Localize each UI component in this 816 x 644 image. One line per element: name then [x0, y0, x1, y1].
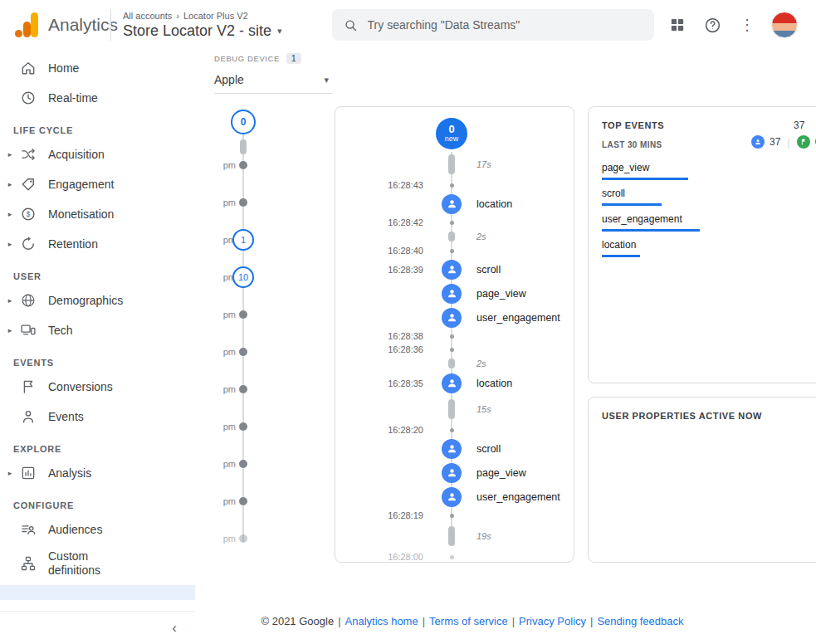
- new-events-marker[interactable]: 0 new: [436, 118, 467, 149]
- timeline-gap: 15s: [335, 395, 574, 423]
- search-bar[interactable]: [332, 9, 654, 41]
- event-name[interactable]: user_engagement: [472, 491, 574, 503]
- footer-link-analytics-home[interactable]: Analytics home: [345, 615, 418, 627]
- property-selector[interactable]: Store Locator V2 - site ▾: [123, 22, 282, 40]
- sidebar-item-label: Analysis: [48, 466, 91, 481]
- breadcrumb-separator-icon: ›: [176, 11, 179, 21]
- engagement-tag-icon: [20, 176, 37, 193]
- minutes-row[interactable]: pm: [198, 407, 289, 445]
- apps-grid-icon[interactable]: [667, 14, 688, 36]
- minute-count-marker[interactable]: 10: [232, 266, 254, 288]
- top-events-total: 37: [794, 120, 804, 131]
- gap-capsule: [448, 359, 455, 368]
- minute-dot: [239, 460, 247, 468]
- expand-caret-icon[interactable]: ▸: [0, 210, 20, 218]
- analytics-logo[interactable]: Analytics: [0, 12, 110, 37]
- timeline-event[interactable]: page_view: [335, 461, 574, 485]
- debug-device-selected-value: Apple: [214, 73, 244, 86]
- timeline-event[interactable]: 16:28:39scroll: [335, 257, 574, 281]
- minutes-row[interactable]: pm: [198, 370, 289, 407]
- expand-caret-icon[interactable]: ▸: [0, 469, 20, 477]
- top-event-row[interactable]: scroll: [602, 188, 816, 206]
- sidebar-item-analysis[interactable]: ▸ Analysis: [0, 458, 195, 488]
- expand-caret-icon[interactable]: ▸: [0, 296, 20, 305]
- breadcrumb-current[interactable]: Locator Plus V2: [183, 11, 248, 21]
- timeline-event[interactable]: user_engagement: [335, 305, 574, 329]
- sidebar-section-life-cycle: LIFE CYCLE: [0, 113, 195, 139]
- expand-caret-icon[interactable]: ▸: [0, 326, 20, 334]
- top-event-row[interactable]: page_view: [602, 162, 816, 180]
- sidebar-item-events[interactable]: Events: [0, 402, 195, 432]
- breadcrumb-root[interactable]: All accounts: [123, 11, 172, 21]
- user-event-icon[interactable]: [442, 308, 462, 328]
- sidebar-item-selected[interactable]: [0, 585, 195, 600]
- timeline-event[interactable]: scroll: [335, 437, 574, 461]
- top-events-counters: 37 | 0 | !: [751, 135, 816, 149]
- search-input[interactable]: [368, 18, 643, 32]
- minutes-row[interactable]: pm: [198, 445, 289, 482]
- event-name[interactable]: location: [472, 198, 574, 210]
- sidebar-collapse-button[interactable]: ‹: [0, 611, 195, 644]
- event-name[interactable]: page_view: [472, 467, 574, 479]
- timestamp-label: 16:28:40: [335, 246, 432, 256]
- person-icon: [20, 408, 37, 425]
- user-event-icon[interactable]: [442, 260, 462, 280]
- help-icon[interactable]: [701, 14, 723, 36]
- sidebar-item-monetisation[interactable]: ▸ $ Monetisation: [0, 199, 195, 229]
- minutes-row[interactable]: pm10: [198, 258, 289, 295]
- copyright-text: © 2021 Google: [261, 615, 334, 627]
- expand-caret-icon[interactable]: ▸: [0, 240, 20, 248]
- minute-count-marker[interactable]: 1: [232, 229, 254, 251]
- sidebar-item-engagement[interactable]: ▸ Engagement: [0, 169, 195, 199]
- expand-caret-icon[interactable]: ▸: [0, 180, 20, 188]
- minutes-row[interactable]: pm: [198, 482, 289, 520]
- event-name[interactable]: scroll: [472, 264, 574, 276]
- debug-device-select[interactable]: Apple ▾: [214, 66, 332, 94]
- footer-link-privacy[interactable]: Privacy Policy: [519, 615, 586, 627]
- analytics-logo-icon: [15, 12, 40, 37]
- sidebar-item-label: Home: [48, 61, 79, 76]
- timeline-timestamp: 16:28:36: [335, 343, 574, 356]
- timeline-event[interactable]: page_view: [335, 281, 574, 305]
- sidebar-item-custom-definitions[interactable]: Custom definitions: [0, 544, 195, 583]
- top-event-row[interactable]: location: [602, 239, 816, 257]
- minutes-row[interactable]: pm: [198, 295, 289, 333]
- minute-dot: [239, 422, 247, 431]
- minutes-row[interactable]: pm: [198, 520, 289, 557]
- sidebar-item-acquisition[interactable]: ▸ Acquisition: [0, 139, 195, 169]
- sidebar-item-demographics[interactable]: ▸ Demographics: [0, 285, 195, 315]
- user-event-icon[interactable]: [442, 373, 462, 393]
- user-event-icon[interactable]: [442, 284, 462, 304]
- seconds-stream-card: 0 new 17s 16:28:43 location 16:28:42 2s …: [335, 106, 574, 563]
- timeline-event[interactable]: 16:28:35location: [335, 371, 574, 395]
- user-event-icon[interactable]: [442, 439, 462, 459]
- minutes-row[interactable]: pm1: [198, 221, 289, 258]
- event-name[interactable]: page_view: [472, 288, 574, 300]
- sidebar-item-realtime[interactable]: Real-time: [0, 83, 195, 113]
- timeline-event[interactable]: location: [335, 192, 574, 216]
- timeline-event[interactable]: user_engagement: [335, 485, 574, 509]
- more-options-icon[interactable]: ⋮: [736, 14, 758, 36]
- user-event-icon[interactable]: [442, 463, 462, 483]
- minutes-current-marker[interactable]: 0: [231, 110, 256, 134]
- minutes-row[interactable]: pm: [198, 333, 289, 370]
- user-event-icon[interactable]: [442, 487, 462, 507]
- top-event-row[interactable]: user_engagement: [602, 213, 816, 232]
- footer-link-feedback[interactable]: Sending feedback: [597, 615, 683, 627]
- expand-caret-icon[interactable]: ▸: [0, 150, 20, 159]
- sidebar-item-audiences[interactable]: Audiences: [0, 515, 195, 544]
- sidebar-item-conversions[interactable]: Conversions: [0, 372, 195, 402]
- footer-link-terms[interactable]: Terms of service: [429, 615, 508, 627]
- event-name[interactable]: scroll: [472, 443, 574, 455]
- avatar[interactable]: [771, 12, 798, 38]
- event-name[interactable]: location: [472, 378, 574, 389]
- minutes-row[interactable]: pm: [198, 183, 289, 221]
- timeline-timestamp: 16:28:42: [335, 216, 574, 229]
- user-event-icon[interactable]: [442, 194, 462, 214]
- sidebar-item-retention[interactable]: ▸ Retention: [0, 229, 195, 259]
- minute-label: pm: [223, 198, 236, 207]
- sidebar-item-home[interactable]: Home: [0, 53, 195, 83]
- timeline-timestamp: 16:28:40: [335, 244, 574, 257]
- sidebar-item-tech[interactable]: ▸ Tech: [0, 315, 195, 345]
- event-name[interactable]: user_engagement: [472, 312, 574, 324]
